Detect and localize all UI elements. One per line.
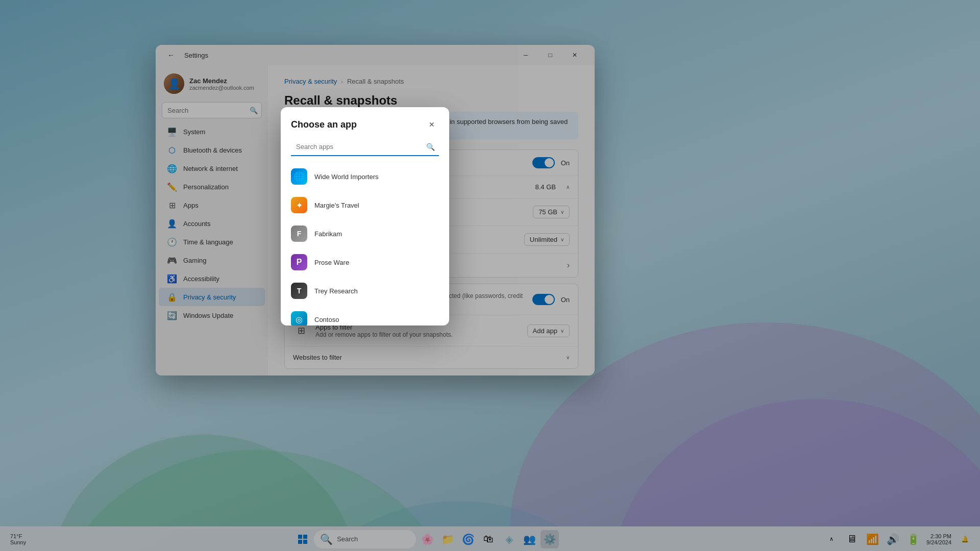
margies-travel-icon: ✦ [291, 197, 307, 213]
wide-world-icon: 🌐 [291, 168, 307, 185]
app-name-margies-travel: Margie's Travel [314, 202, 359, 209]
dialog-search: 🔍 [291, 138, 439, 156]
app-name-contoso: Contoso [314, 316, 339, 323]
dialog-header: Choose an app ✕ [281, 107, 449, 138]
choose-app-dialog: Choose an app ✕ 🔍 🌐 Wide World Importers [281, 107, 449, 325]
dialog-close-button[interactable]: ✕ [425, 117, 439, 132]
app-name-trey-research: Trey Research [314, 287, 358, 295]
app-item-prose-ware[interactable]: P Prose Ware [281, 248, 449, 277]
app-item-margies-travel[interactable]: ✦ Margie's Travel [281, 191, 449, 219]
app-name-wide-world: Wide World Importers [314, 173, 378, 181]
prose-ware-icon: P [291, 254, 307, 270]
app-name-fabrikam: Fabrikam [314, 230, 342, 238]
app-item-contoso[interactable]: ◎ Contoso [281, 305, 449, 325]
app-name-prose-ware: Prose Ware [314, 259, 349, 266]
dialog-app-list: 🌐 Wide World Importers ✦ Margie's Travel… [281, 162, 449, 325]
trey-research-icon: T [291, 283, 307, 299]
dialog-close-icon: ✕ [429, 120, 435, 129]
dialog-search-input[interactable] [291, 138, 439, 156]
modal-overlay[interactable]: Choose an app ✕ 🔍 🌐 Wide World Importers [0, 0, 980, 551]
dialog-title: Choose an app [291, 119, 357, 130]
contoso-icon: ◎ [291, 311, 307, 325]
app-item-trey-research[interactable]: T Trey Research [281, 277, 449, 305]
fabrikam-icon: F [291, 226, 307, 242]
dialog-search-icon: 🔍 [426, 143, 435, 151]
app-item-wide-world[interactable]: 🌐 Wide World Importers [281, 162, 449, 191]
app-item-fabrikam[interactable]: F Fabrikam [281, 219, 449, 248]
